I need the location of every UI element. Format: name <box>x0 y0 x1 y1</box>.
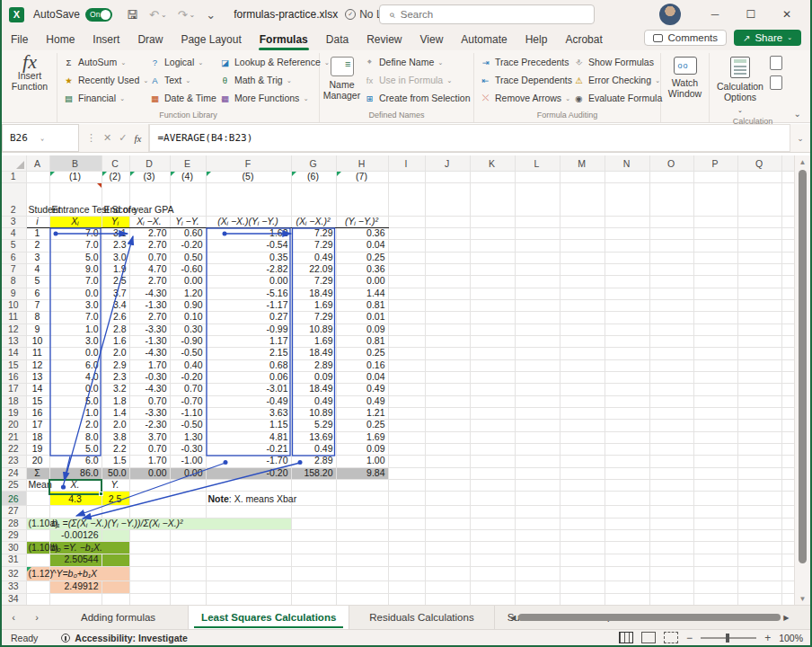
cell-B25[interactable]: X. <box>49 480 102 492</box>
tab-acrobat[interactable]: Acrobat <box>556 31 611 49</box>
cell-N16[interactable] <box>605 372 649 384</box>
cell-L21[interactable] <box>515 431 560 443</box>
cell-M5[interactable] <box>560 240 605 252</box>
cell-M33[interactable] <box>560 581 605 593</box>
cell-J33[interactable] <box>425 581 470 593</box>
cell-Q14[interactable] <box>737 348 781 359</box>
cell-N20[interactable] <box>605 420 649 431</box>
cell-D27[interactable] <box>129 506 170 518</box>
cell-K8[interactable] <box>470 276 515 288</box>
cell-G20[interactable]: 5.29 <box>291 420 336 431</box>
tab-home[interactable]: Home <box>37 31 84 49</box>
cell-C10[interactable]: 3.4 <box>102 300 129 312</box>
cell-Q11[interactable] <box>737 312 781 324</box>
error-checking-button[interactable]: ⚠Error Checking⌄ <box>570 71 664 89</box>
cell-D24[interactable]: 0.00 <box>129 467 170 479</box>
cell-B21[interactable]: 8.0 <box>49 431 102 443</box>
date-time-button[interactable]: ▦Date & Time⌄ <box>146 89 216 107</box>
cell-N13[interactable] <box>605 336 649 348</box>
autosave-toggle[interactable]: On <box>85 8 112 22</box>
cell-B9[interactable]: 0.0 <box>49 288 102 299</box>
cell-K9[interactable] <box>470 288 515 299</box>
cell-N28[interactable] <box>605 518 649 529</box>
cell-K12[interactable] <box>470 324 515 335</box>
cell-Q13[interactable] <box>737 336 781 348</box>
cell-M34[interactable] <box>560 593 605 605</box>
zoom-slider[interactable] <box>701 637 756 639</box>
cell-P7[interactable] <box>693 264 737 276</box>
cell-E2[interactable] <box>170 182 206 216</box>
cell-J8[interactable] <box>425 276 470 288</box>
cell-G22[interactable]: 0.49 <box>291 444 336 456</box>
cell-I20[interactable] <box>388 420 425 431</box>
cell-H22[interactable]: 0.09 <box>336 444 388 456</box>
cell-Q12[interactable] <box>737 324 781 335</box>
cell-P19[interactable] <box>693 408 737 420</box>
cell-G30[interactable] <box>291 542 336 554</box>
cell-O19[interactable] <box>649 408 693 420</box>
cell-C19[interactable]: 1.4 <box>102 408 129 420</box>
cell-I16[interactable] <box>388 372 425 384</box>
cell-L16[interactable] <box>515 372 560 384</box>
cell-M24[interactable] <box>560 467 605 479</box>
cell-P18[interactable] <box>693 395 737 407</box>
row-header-32[interactable]: 32 <box>2 566 26 581</box>
cell-G33[interactable] <box>291 581 336 593</box>
cell-B19[interactable]: 1.0 <box>49 408 102 420</box>
cell-L4[interactable] <box>515 228 560 240</box>
cell-G3[interactable]: (Xᵢ −X.)² <box>291 216 336 227</box>
cell-A31[interactable] <box>26 554 49 566</box>
cell-B10[interactable]: 3.0 <box>49 300 102 312</box>
cell-M10[interactable] <box>560 300 605 312</box>
cell-N2[interactable] <box>605 182 649 216</box>
cell-M11[interactable] <box>560 312 605 324</box>
cell-J13[interactable] <box>425 336 470 348</box>
row-header-13[interactable]: 13 <box>2 336 26 348</box>
cell-P16[interactable] <box>693 372 737 384</box>
cell-G24[interactable]: 158.20 <box>291 467 336 479</box>
cell-A32[interactable]: (1.12) <box>26 566 49 581</box>
cell-O34[interactable] <box>649 593 693 605</box>
scroll-up-icon[interactable]: ▲ <box>799 155 807 168</box>
row-header-14[interactable]: 14 <box>2 348 26 359</box>
cell-I21[interactable] <box>388 431 425 443</box>
cell-M26[interactable] <box>560 492 605 506</box>
cell-B32[interactable]: ^Y=b₀+b₁X <box>49 566 129 581</box>
cell-N12[interactable] <box>605 324 649 335</box>
cell-D31[interactable] <box>129 554 170 566</box>
tab-insert[interactable]: Insert <box>84 31 128 49</box>
cell-G25[interactable] <box>291 480 336 492</box>
cell-J7[interactable] <box>425 264 470 276</box>
cell-L10[interactable] <box>515 300 560 312</box>
cell-E33[interactable] <box>170 581 206 593</box>
cell-G31[interactable] <box>291 554 336 566</box>
cell-L20[interactable] <box>515 420 560 431</box>
name-box[interactable]: B26⌄ <box>2 124 79 152</box>
cell-K17[interactable] <box>470 384 515 395</box>
cell-F9[interactable]: -5.16 <box>206 288 291 299</box>
cell-O28[interactable] <box>649 518 693 529</box>
cell-N24[interactable] <box>605 467 649 479</box>
cell-M3[interactable] <box>560 216 605 227</box>
cell-E29[interactable] <box>170 530 206 542</box>
cell-B15[interactable]: 6.0 <box>49 359 102 371</box>
page-layout-view-icon[interactable] <box>641 632 656 643</box>
cell-M4[interactable] <box>560 228 605 240</box>
cell-I14[interactable] <box>388 348 425 359</box>
row-header-34[interactable]: 34 <box>2 593 26 605</box>
tab-file[interactable]: File <box>2 31 37 49</box>
cell-M7[interactable] <box>560 264 605 276</box>
cell-P29[interactable] <box>693 530 737 542</box>
cell-L17[interactable] <box>515 384 560 395</box>
cell-H15[interactable]: 0.16 <box>336 359 388 371</box>
cell-P5[interactable] <box>693 240 737 252</box>
cell-O17[interactable] <box>649 384 693 395</box>
zoom-in-icon[interactable]: + <box>764 632 771 644</box>
cell-Q27[interactable] <box>737 506 781 518</box>
cell-A8[interactable]: 5 <box>26 276 49 288</box>
cell-M9[interactable] <box>560 288 605 299</box>
cell-M27[interactable] <box>560 506 605 518</box>
cell-E20[interactable]: -0.50 <box>170 420 206 431</box>
cell-M21[interactable] <box>560 431 605 443</box>
cell-D30[interactable] <box>129 542 170 554</box>
